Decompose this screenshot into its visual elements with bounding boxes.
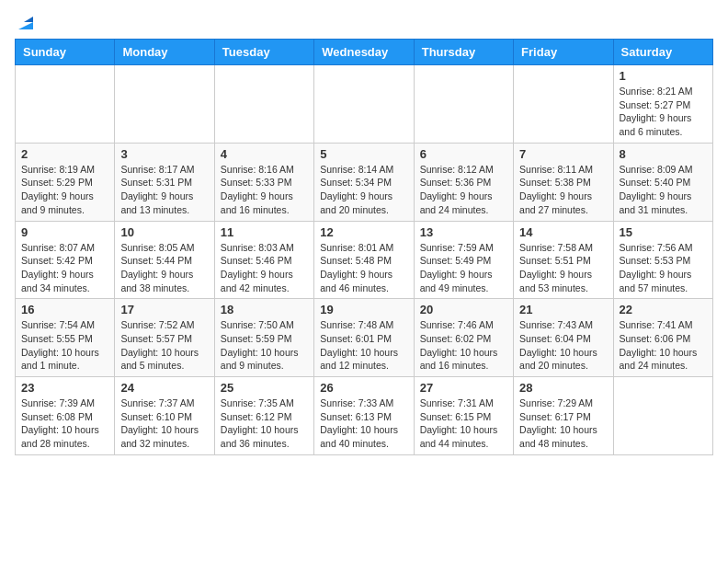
day-info: Sunrise: 8:17 AM Sunset: 5:31 PM Dayligh…: [120, 163, 208, 217]
day-of-week-header: Friday: [514, 40, 613, 65]
calendar-cell: 16Sunrise: 7:54 AM Sunset: 5:55 PM Dayli…: [16, 299, 115, 377]
day-info: Sunrise: 8:03 AM Sunset: 5:46 PM Dayligh…: [221, 241, 308, 295]
calendar-cell: 10Sunrise: 8:05 AM Sunset: 5:44 PM Dayli…: [115, 221, 214, 299]
day-number: 26: [320, 381, 407, 395]
day-of-week-header: Thursday: [414, 40, 513, 65]
day-info: Sunrise: 7:43 AM Sunset: 6:04 PM Dayligh…: [519, 318, 607, 373]
calendar-cell: [613, 377, 712, 455]
day-info: Sunrise: 7:59 AM Sunset: 5:49 PM Dayligh…: [420, 241, 507, 295]
day-number: 18: [221, 303, 308, 316]
calendar-cell: 8Sunrise: 8:09 AM Sunset: 5:40 PM Daylig…: [613, 143, 712, 221]
calendar-cell: 1Sunrise: 8:21 AM Sunset: 5:27 PM Daylig…: [613, 65, 712, 144]
day-of-week-header: Tuesday: [214, 40, 313, 65]
day-info: Sunrise: 8:05 AM Sunset: 5:44 PM Dayligh…: [120, 241, 208, 295]
calendar-cell: 18Sunrise: 7:50 AM Sunset: 5:59 PM Dayli…: [214, 299, 313, 377]
calendar-cell: 28Sunrise: 7:29 AM Sunset: 6:17 PM Dayli…: [514, 377, 613, 455]
day-number: 3: [120, 147, 208, 161]
day-number: 25: [221, 381, 308, 395]
day-number: 19: [320, 303, 407, 316]
day-info: Sunrise: 7:29 AM Sunset: 6:17 PM Dayligh…: [519, 396, 607, 451]
day-number: 7: [519, 147, 607, 161]
day-info: Sunrise: 8:12 AM Sunset: 5:36 PM Dayligh…: [420, 163, 507, 217]
calendar: SundayMondayTuesdayWednesdayThursdayFrid…: [15, 39, 713, 455]
day-info: Sunrise: 7:52 AM Sunset: 5:57 PM Dayligh…: [120, 318, 208, 373]
day-number: 23: [21, 381, 108, 395]
calendar-cell: 21Sunrise: 7:43 AM Sunset: 6:04 PM Dayli…: [514, 299, 613, 377]
day-info: Sunrise: 7:48 AM Sunset: 6:01 PM Dayligh…: [320, 318, 407, 373]
day-info: Sunrise: 8:01 AM Sunset: 5:48 PM Dayligh…: [320, 241, 407, 295]
calendar-cell: [414, 65, 513, 144]
day-of-week-header: Monday: [115, 40, 214, 65]
calendar-cell: [16, 65, 115, 144]
logo: [15, 15, 33, 31]
day-of-week-header: Saturday: [613, 40, 712, 65]
header: [15, 15, 713, 31]
calendar-cell: 15Sunrise: 7:56 AM Sunset: 5:53 PM Dayli…: [613, 221, 712, 299]
day-info: Sunrise: 7:33 AM Sunset: 6:13 PM Dayligh…: [320, 396, 407, 451]
day-info: Sunrise: 7:56 AM Sunset: 5:53 PM Dayligh…: [620, 241, 707, 295]
calendar-cell: 23Sunrise: 7:39 AM Sunset: 6:08 PM Dayli…: [16, 377, 115, 455]
day-number: 6: [420, 147, 507, 161]
day-number: 21: [519, 303, 607, 316]
day-number: 16: [21, 303, 108, 316]
day-number: 11: [221, 225, 308, 239]
calendar-cell: 20Sunrise: 7:46 AM Sunset: 6:02 PM Dayli…: [414, 299, 513, 377]
calendar-cell: 12Sunrise: 8:01 AM Sunset: 5:48 PM Dayli…: [314, 221, 414, 299]
day-number: 5: [320, 147, 407, 161]
calendar-cell: 14Sunrise: 7:58 AM Sunset: 5:51 PM Dayli…: [514, 221, 613, 299]
day-info: Sunrise: 7:50 AM Sunset: 5:59 PM Dayligh…: [221, 318, 308, 373]
calendar-cell: 7Sunrise: 8:11 AM Sunset: 5:38 PM Daylig…: [514, 143, 613, 221]
day-of-week-header: Sunday: [16, 40, 115, 65]
svg-marker-0: [18, 22, 33, 29]
calendar-cell: 2Sunrise: 8:19 AM Sunset: 5:29 PM Daylig…: [16, 143, 115, 221]
day-info: Sunrise: 7:37 AM Sunset: 6:10 PM Dayligh…: [120, 396, 208, 451]
day-number: 14: [519, 225, 607, 239]
calendar-cell: 13Sunrise: 7:59 AM Sunset: 5:49 PM Dayli…: [414, 221, 513, 299]
day-info: Sunrise: 8:11 AM Sunset: 5:38 PM Dayligh…: [519, 163, 607, 217]
calendar-cell: 4Sunrise: 8:16 AM Sunset: 5:33 PM Daylig…: [214, 143, 313, 221]
day-number: 13: [420, 225, 507, 239]
calendar-cell: 5Sunrise: 8:14 AM Sunset: 5:34 PM Daylig…: [314, 143, 414, 221]
day-info: Sunrise: 8:16 AM Sunset: 5:33 PM Dayligh…: [221, 163, 308, 217]
calendar-cell: 9Sunrise: 8:07 AM Sunset: 5:42 PM Daylig…: [16, 221, 115, 299]
calendar-cell: [514, 65, 613, 144]
day-info: Sunrise: 7:46 AM Sunset: 6:02 PM Dayligh…: [420, 318, 507, 373]
day-number: 24: [120, 381, 208, 395]
calendar-cell: [214, 65, 313, 144]
day-number: 2: [21, 147, 108, 161]
calendar-cell: 6Sunrise: 8:12 AM Sunset: 5:36 PM Daylig…: [414, 143, 513, 221]
day-info: Sunrise: 7:41 AM Sunset: 6:06 PM Dayligh…: [620, 318, 707, 373]
calendar-cell: [115, 65, 214, 144]
day-number: 27: [420, 381, 507, 395]
day-number: 10: [120, 225, 208, 239]
logo-arrow-icon: [17, 15, 33, 31]
day-number: 20: [420, 303, 507, 316]
day-info: Sunrise: 7:39 AM Sunset: 6:08 PM Dayligh…: [21, 396, 108, 451]
day-number: 17: [120, 303, 208, 316]
day-number: 15: [620, 225, 707, 239]
day-number: 1: [620, 69, 707, 83]
calendar-cell: [314, 65, 414, 144]
calendar-cell: 26Sunrise: 7:33 AM Sunset: 6:13 PM Dayli…: [314, 377, 414, 455]
day-number: 9: [21, 225, 108, 239]
calendar-cell: 17Sunrise: 7:52 AM Sunset: 5:57 PM Dayli…: [115, 299, 214, 377]
day-number: 8: [620, 147, 707, 161]
day-info: Sunrise: 7:35 AM Sunset: 6:12 PM Dayligh…: [221, 396, 308, 451]
calendar-cell: 3Sunrise: 8:17 AM Sunset: 5:31 PM Daylig…: [115, 143, 214, 221]
day-of-week-header: Wednesday: [314, 40, 414, 65]
calendar-cell: 22Sunrise: 7:41 AM Sunset: 6:06 PM Dayli…: [613, 299, 712, 377]
day-number: 12: [320, 225, 407, 239]
svg-marker-1: [24, 17, 33, 22]
calendar-cell: 25Sunrise: 7:35 AM Sunset: 6:12 PM Dayli…: [214, 377, 313, 455]
day-info: Sunrise: 8:09 AM Sunset: 5:40 PM Dayligh…: [620, 163, 707, 217]
day-info: Sunrise: 7:31 AM Sunset: 6:15 PM Dayligh…: [420, 396, 507, 451]
day-info: Sunrise: 8:21 AM Sunset: 5:27 PM Dayligh…: [620, 85, 707, 139]
calendar-cell: 24Sunrise: 7:37 AM Sunset: 6:10 PM Dayli…: [115, 377, 214, 455]
day-number: 22: [620, 303, 707, 316]
calendar-cell: 27Sunrise: 7:31 AM Sunset: 6:15 PM Dayli…: [414, 377, 513, 455]
day-info: Sunrise: 8:14 AM Sunset: 5:34 PM Dayligh…: [320, 163, 407, 217]
day-number: 28: [519, 381, 607, 395]
day-info: Sunrise: 7:58 AM Sunset: 5:51 PM Dayligh…: [519, 241, 607, 295]
day-info: Sunrise: 7:54 AM Sunset: 5:55 PM Dayligh…: [21, 318, 108, 373]
calendar-cell: 19Sunrise: 7:48 AM Sunset: 6:01 PM Dayli…: [314, 299, 414, 377]
